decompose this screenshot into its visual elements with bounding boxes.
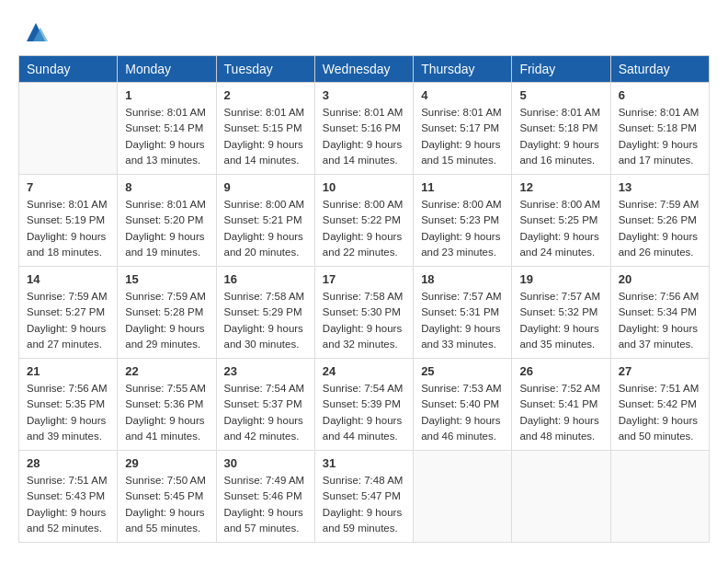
day-number: 1: [125, 88, 208, 102]
day-number: 8: [125, 180, 208, 194]
calendar-cell: 16Sunrise: 7:58 AMSunset: 5:29 PMDayligh…: [216, 267, 314, 359]
day-number: 12: [519, 180, 602, 194]
calendar-cell: 24Sunrise: 7:54 AMSunset: 5:39 PMDayligh…: [314, 359, 413, 451]
day-number: 17: [323, 272, 405, 286]
calendar-cell: 31Sunrise: 7:48 AMSunset: 5:47 PMDayligh…: [314, 451, 413, 543]
calendar-cell: 7Sunrise: 8:01 AMSunset: 5:19 PMDaylight…: [19, 175, 118, 267]
day-number: 27: [619, 364, 701, 378]
day-number: 2: [224, 88, 307, 102]
day-number: 21: [27, 364, 109, 378]
calendar-cell: 27Sunrise: 7:51 AMSunset: 5:42 PMDayligh…: [610, 359, 709, 451]
day-info: Sunrise: 7:53 AMSunset: 5:40 PMDaylight:…: [421, 381, 504, 444]
header-wednesday: Wednesday: [314, 56, 413, 83]
day-number: 5: [519, 88, 602, 102]
day-number: 20: [619, 272, 701, 286]
day-info: Sunrise: 7:54 AMSunset: 5:39 PMDaylight:…: [323, 381, 405, 444]
day-info: Sunrise: 8:00 AMSunset: 5:23 PMDaylight:…: [421, 197, 504, 260]
day-info: Sunrise: 8:01 AMSunset: 5:14 PMDaylight:…: [125, 105, 208, 168]
calendar-cell: 26Sunrise: 7:52 AMSunset: 5:41 PMDayligh…: [512, 359, 610, 451]
day-number: 11: [421, 180, 504, 194]
day-number: 30: [224, 456, 307, 470]
calendar-cell: 5Sunrise: 8:01 AMSunset: 5:18 PMDaylight…: [512, 83, 610, 175]
calendar-cell: 11Sunrise: 8:00 AMSunset: 5:23 PMDayligh…: [414, 175, 512, 267]
calendar-week-row: 21Sunrise: 7:56 AMSunset: 5:35 PMDayligh…: [19, 359, 710, 451]
day-info: Sunrise: 8:01 AMSunset: 5:20 PMDaylight:…: [125, 197, 208, 260]
calendar-cell: 14Sunrise: 7:59 AMSunset: 5:27 PMDayligh…: [19, 267, 118, 359]
day-info: Sunrise: 7:54 AMSunset: 5:37 PMDaylight:…: [224, 381, 307, 444]
day-info: Sunrise: 8:00 AMSunset: 5:21 PMDaylight:…: [224, 197, 307, 260]
day-info: Sunrise: 7:59 AMSunset: 5:27 PMDaylight:…: [27, 289, 109, 352]
day-info: Sunrise: 7:56 AMSunset: 5:34 PMDaylight:…: [619, 289, 701, 352]
calendar-cell: 1Sunrise: 8:01 AMSunset: 5:14 PMDaylight…: [118, 83, 216, 175]
calendar-cell: 18Sunrise: 7:57 AMSunset: 5:31 PMDayligh…: [414, 267, 512, 359]
logo: [18, 18, 50, 46]
header-saturday: Saturday: [610, 56, 709, 83]
day-info: Sunrise: 8:01 AMSunset: 5:16 PMDaylight:…: [323, 105, 405, 168]
calendar-cell: 29Sunrise: 7:50 AMSunset: 5:45 PMDayligh…: [118, 451, 216, 543]
calendar-cell: 4Sunrise: 8:01 AMSunset: 5:17 PMDaylight…: [414, 83, 512, 175]
header-thursday: Thursday: [414, 56, 512, 83]
calendar-cell: 15Sunrise: 7:59 AMSunset: 5:28 PMDayligh…: [118, 267, 216, 359]
day-info: Sunrise: 7:59 AMSunset: 5:26 PMDaylight:…: [619, 197, 701, 260]
calendar-cell: [610, 451, 709, 543]
day-info: Sunrise: 7:50 AMSunset: 5:45 PMDaylight:…: [125, 473, 208, 536]
calendar-cell: 10Sunrise: 8:00 AMSunset: 5:22 PMDayligh…: [314, 175, 413, 267]
calendar-week-row: 14Sunrise: 7:59 AMSunset: 5:27 PMDayligh…: [19, 267, 710, 359]
day-info: Sunrise: 8:01 AMSunset: 5:19 PMDaylight:…: [27, 197, 109, 260]
calendar-cell: [512, 451, 610, 543]
calendar-cell: 8Sunrise: 8:01 AMSunset: 5:20 PMDaylight…: [118, 175, 216, 267]
day-number: 23: [224, 364, 307, 378]
day-number: 4: [421, 88, 504, 102]
calendar-cell: 12Sunrise: 8:00 AMSunset: 5:25 PMDayligh…: [512, 175, 610, 267]
day-number: 15: [125, 272, 208, 286]
day-number: 31: [323, 456, 405, 470]
day-info: Sunrise: 8:01 AMSunset: 5:18 PMDaylight:…: [519, 105, 602, 168]
calendar-cell: 22Sunrise: 7:55 AMSunset: 5:36 PMDayligh…: [118, 359, 216, 451]
calendar-cell: 20Sunrise: 7:56 AMSunset: 5:34 PMDayligh…: [610, 267, 709, 359]
header-tuesday: Tuesday: [216, 56, 314, 83]
header-monday: Monday: [118, 56, 216, 83]
calendar-cell: 28Sunrise: 7:51 AMSunset: 5:43 PMDayligh…: [19, 451, 118, 543]
day-number: 14: [27, 272, 109, 286]
day-number: 16: [224, 272, 307, 286]
day-info: Sunrise: 7:58 AMSunset: 5:29 PMDaylight:…: [224, 289, 307, 352]
day-info: Sunrise: 7:52 AMSunset: 5:41 PMDaylight:…: [519, 381, 602, 444]
day-number: 22: [125, 364, 208, 378]
day-number: 10: [323, 180, 405, 194]
day-info: Sunrise: 8:01 AMSunset: 5:18 PMDaylight:…: [619, 105, 701, 168]
day-info: Sunrise: 7:49 AMSunset: 5:46 PMDaylight:…: [224, 473, 307, 536]
day-number: 26: [519, 364, 602, 378]
day-info: Sunrise: 7:55 AMSunset: 5:36 PMDaylight:…: [125, 381, 208, 444]
calendar-header-row: SundayMondayTuesdayWednesdayThursdayFrid…: [19, 56, 710, 83]
page-header: [18, 18, 710, 46]
day-info: Sunrise: 7:56 AMSunset: 5:35 PMDaylight:…: [27, 381, 109, 444]
calendar-cell: 9Sunrise: 8:00 AMSunset: 5:21 PMDaylight…: [216, 175, 314, 267]
logo-icon: [22, 18, 50, 46]
calendar-cell: 25Sunrise: 7:53 AMSunset: 5:40 PMDayligh…: [414, 359, 512, 451]
day-number: 9: [224, 180, 307, 194]
day-number: 25: [421, 364, 504, 378]
header-sunday: Sunday: [19, 56, 118, 83]
calendar-cell: 13Sunrise: 7:59 AMSunset: 5:26 PMDayligh…: [610, 175, 709, 267]
header-friday: Friday: [512, 56, 610, 83]
day-number: 29: [125, 456, 208, 470]
day-info: Sunrise: 7:51 AMSunset: 5:43 PMDaylight:…: [27, 473, 109, 536]
calendar-cell: 19Sunrise: 7:57 AMSunset: 5:32 PMDayligh…: [512, 267, 610, 359]
calendar-cell: 21Sunrise: 7:56 AMSunset: 5:35 PMDayligh…: [19, 359, 118, 451]
day-info: Sunrise: 7:51 AMSunset: 5:42 PMDaylight:…: [619, 381, 701, 444]
day-number: 24: [323, 364, 405, 378]
day-number: 7: [27, 180, 109, 194]
day-info: Sunrise: 7:58 AMSunset: 5:30 PMDaylight:…: [323, 289, 405, 352]
calendar-cell: 6Sunrise: 8:01 AMSunset: 5:18 PMDaylight…: [610, 83, 709, 175]
day-info: Sunrise: 8:00 AMSunset: 5:25 PMDaylight:…: [519, 197, 602, 260]
calendar-week-row: 7Sunrise: 8:01 AMSunset: 5:19 PMDaylight…: [19, 175, 710, 267]
day-info: Sunrise: 8:01 AMSunset: 5:17 PMDaylight:…: [421, 105, 504, 168]
calendar-cell: 30Sunrise: 7:49 AMSunset: 5:46 PMDayligh…: [216, 451, 314, 543]
day-number: 18: [421, 272, 504, 286]
calendar-cell: 2Sunrise: 8:01 AMSunset: 5:15 PMDaylight…: [216, 83, 314, 175]
day-number: 13: [619, 180, 701, 194]
day-number: 6: [619, 88, 701, 102]
day-info: Sunrise: 7:59 AMSunset: 5:28 PMDaylight:…: [125, 289, 208, 352]
day-info: Sunrise: 7:57 AMSunset: 5:31 PMDaylight:…: [421, 289, 504, 352]
day-number: 3: [323, 88, 405, 102]
